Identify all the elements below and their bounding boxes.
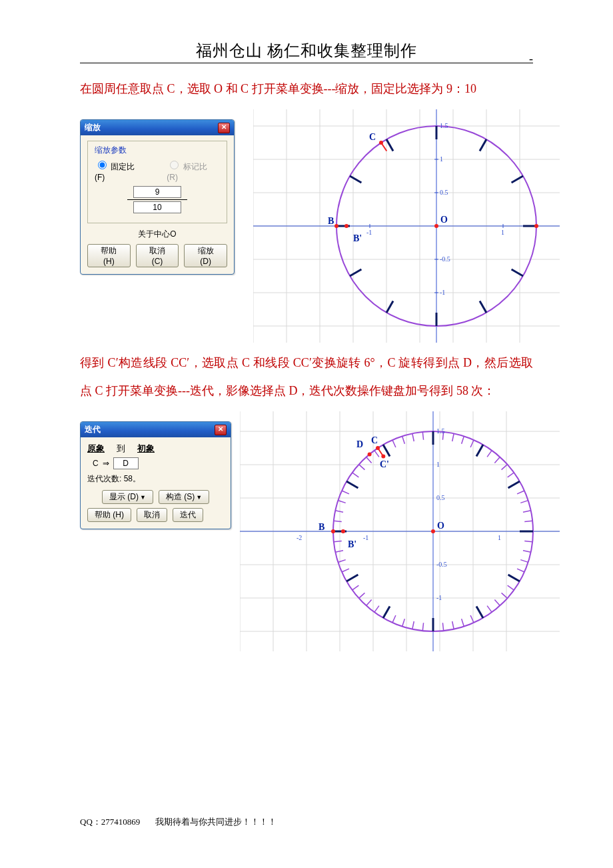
x-tick: -1 xyxy=(366,229,372,236)
svg-line-111 xyxy=(338,501,345,503)
show-dropdown[interactable]: 显示 (D)▼ xyxy=(102,490,153,504)
y-tick: 0.5 xyxy=(436,494,445,501)
svg-line-128 xyxy=(476,607,483,618)
label-O: O xyxy=(437,521,444,531)
svg-line-86 xyxy=(494,600,500,606)
y-tick: 1.5 xyxy=(436,427,445,435)
denominator-input[interactable] xyxy=(133,201,181,213)
dialog-titlebar: 缩放 ✕ xyxy=(81,120,234,135)
dialog-titlebar: 迭代 ✕ xyxy=(81,422,231,437)
cancel-button[interactable]: 取消 xyxy=(137,508,167,522)
iterate-header-row: 原象 到 初象 xyxy=(87,443,224,455)
target-input[interactable] xyxy=(113,457,139,469)
svg-point-136 xyxy=(331,529,335,533)
label-Cprime: C' xyxy=(380,459,389,469)
svg-line-27 xyxy=(480,139,486,151)
svg-line-82 xyxy=(517,569,524,572)
x-tick: 1 xyxy=(498,534,501,541)
svg-line-112 xyxy=(342,491,349,494)
svg-line-43 xyxy=(381,143,386,151)
plot-1: C B B' O 1.5 1 0.5 -0.5 -1 -1 1 xyxy=(253,109,560,343)
svg-point-38 xyxy=(434,224,438,228)
dialog-title: 迭代 xyxy=(85,424,101,435)
col-to: 初象 xyxy=(137,443,155,455)
iteration-count-label: 迭代次数: 58。 xyxy=(87,473,224,485)
svg-line-95 xyxy=(412,621,414,629)
label-D: D xyxy=(356,439,363,449)
arrow-icon: ⇒ xyxy=(103,459,109,468)
iterate-dialog: 迭代 ✕ 原象 到 初象 C ⇒ 迭代次数: 58。 显示 (D)▼ 构造 (S… xyxy=(80,421,231,529)
dash: - xyxy=(529,52,533,66)
svg-line-91 xyxy=(452,621,454,629)
svg-line-107 xyxy=(334,541,342,542)
svg-line-87 xyxy=(487,606,492,613)
paragraph-2: 得到 C′构造线段 CC′，选取点 C 和线段 CC′变换旋转 6°，C 旋转得… xyxy=(80,349,533,405)
radio-marked-ratio: 标记比 (R) xyxy=(167,159,220,182)
svg-point-140 xyxy=(368,453,372,457)
label-B: B xyxy=(328,216,334,226)
y-tick: -1 xyxy=(440,289,445,296)
svg-line-72 xyxy=(508,473,514,477)
svg-point-135 xyxy=(431,529,435,533)
header-rule xyxy=(80,63,533,63)
svg-point-40 xyxy=(344,224,348,228)
svg-line-117 xyxy=(374,451,379,457)
cancel-button[interactable]: 取消 (C) xyxy=(136,244,179,267)
help-button[interactable]: 帮助 (H) xyxy=(87,244,131,267)
dialog-title: 缩放 xyxy=(85,122,101,133)
svg-line-84 xyxy=(508,585,514,590)
construct-dropdown[interactable]: 构造 (S)▼ xyxy=(159,490,209,504)
close-icon[interactable]: ✕ xyxy=(215,425,227,435)
svg-line-122 xyxy=(422,432,423,440)
about-center-label: 关于中心O xyxy=(87,229,227,240)
help-button[interactable]: 帮助 (H) xyxy=(87,508,131,522)
label-C: C xyxy=(371,435,378,445)
col-from: 原象 xyxy=(87,443,105,455)
chevron-down-icon: ▼ xyxy=(196,494,202,501)
y-tick: -1 xyxy=(436,594,442,601)
y-tick: 0.5 xyxy=(440,189,448,196)
fraction-bar xyxy=(127,199,187,200)
svg-line-124 xyxy=(476,445,483,456)
label-O: O xyxy=(440,215,448,225)
x-tick: -1 xyxy=(363,534,368,541)
svg-line-75 xyxy=(520,501,528,503)
label-Bprime: B' xyxy=(348,539,356,549)
svg-line-74 xyxy=(517,491,524,494)
iterate-button[interactable]: 迭代 xyxy=(173,508,203,522)
svg-point-42 xyxy=(534,224,538,228)
chevron-down-icon: ▼ xyxy=(140,494,146,501)
page-title: 福州仓山 杨仁和收集整理制作 xyxy=(80,40,533,61)
svg-line-80 xyxy=(523,551,531,552)
figure-2: 迭代 ✕ 原象 到 初象 C ⇒ 迭代次数: 58。 显示 (D)▼ 构造 (S… xyxy=(80,411,533,651)
y-tick: 1 xyxy=(440,155,443,163)
svg-line-33 xyxy=(386,301,393,313)
y-tick: 1 xyxy=(436,461,440,468)
y-tick: 1.5 xyxy=(440,122,448,129)
svg-line-120 xyxy=(402,437,405,444)
svg-line-127 xyxy=(508,575,520,581)
svg-line-96 xyxy=(402,619,405,626)
svg-line-130 xyxy=(383,607,390,618)
y-tick: -0.5 xyxy=(436,561,447,568)
svg-line-70 xyxy=(494,457,500,463)
scale-params-group: 缩放参数 固定比 (F) 标记比 (R) xyxy=(87,141,227,223)
svg-line-133 xyxy=(346,481,358,488)
close-icon[interactable]: ✕ xyxy=(218,123,230,133)
col-arrow: 到 xyxy=(117,443,125,455)
paragraph-1: 在圆周任意取点 C，选取 O 和 C 打开菜单变换---缩放，固定比选择为 9：… xyxy=(80,75,533,103)
scale-dialog: 缩放 ✕ 缩放参数 固定比 (F) 标记比 (R) xyxy=(80,119,235,275)
radio-marked-input xyxy=(170,161,179,169)
x-tick: 1 xyxy=(501,229,504,236)
svg-line-106 xyxy=(335,551,343,552)
svg-line-36 xyxy=(350,176,361,183)
svg-line-34 xyxy=(350,269,361,276)
svg-line-94 xyxy=(422,623,423,631)
numerator-input[interactable] xyxy=(133,186,181,198)
scale-button[interactable]: 缩放 (D) xyxy=(184,244,227,267)
svg-line-109 xyxy=(334,521,342,521)
svg-line-76 xyxy=(523,511,531,512)
radio-fixed-ratio[interactable]: 固定比 (F) xyxy=(95,159,147,182)
svg-line-116 xyxy=(366,457,372,463)
radio-fixed-input[interactable] xyxy=(98,161,107,169)
